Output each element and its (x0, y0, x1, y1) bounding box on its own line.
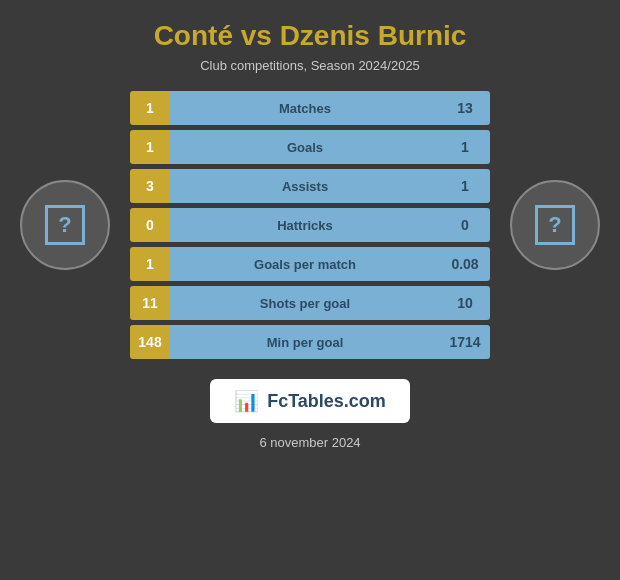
stat-left-value: 1 (130, 247, 170, 281)
stat-left-value: 148 (130, 325, 170, 359)
stat-row: 0Hattricks0 (130, 208, 490, 242)
stat-right-value: 1 (440, 130, 490, 164)
stat-left-value: 1 (130, 130, 170, 164)
stat-right-value: 0 (440, 208, 490, 242)
stat-label: Assists (170, 169, 440, 203)
stat-row: 11Shots per goal10 (130, 286, 490, 320)
stat-right-value: 0.08 (440, 247, 490, 281)
date-label: 6 november 2024 (259, 435, 360, 450)
page-subtitle: Club competitions, Season 2024/2025 (200, 58, 420, 73)
stat-row: 1Matches13 (130, 91, 490, 125)
stat-label: Hattricks (170, 208, 440, 242)
fctables-badge: 📊 FcTables.com (210, 379, 410, 423)
right-avatar-placeholder: ? (535, 205, 575, 245)
stat-right-value: 1714 (440, 325, 490, 359)
right-player-avatar: ? (510, 180, 600, 270)
stat-right-value: 10 (440, 286, 490, 320)
left-player-avatar: ? (20, 180, 110, 270)
stat-left-value: 1 (130, 91, 170, 125)
page-title: Conté vs Dzenis Burnic (154, 20, 467, 52)
comparison-section: ? 1Matches131Goals13Assists10Hattricks01… (20, 91, 600, 359)
stat-row: 1Goals per match0.08 (130, 247, 490, 281)
stat-label: Shots per goal (170, 286, 440, 320)
stat-label: Matches (170, 91, 440, 125)
stat-left-value: 11 (130, 286, 170, 320)
stat-left-value: 3 (130, 169, 170, 203)
left-avatar-placeholder: ? (45, 205, 85, 245)
stat-row: 1Goals1 (130, 130, 490, 164)
stats-container: 1Matches131Goals13Assists10Hattricks01Go… (130, 91, 490, 359)
stat-right-value: 13 (440, 91, 490, 125)
stat-row: 3Assists1 (130, 169, 490, 203)
fctables-icon: 📊 (234, 389, 259, 413)
stat-left-value: 0 (130, 208, 170, 242)
stat-label: Goals per match (170, 247, 440, 281)
stat-right-value: 1 (440, 169, 490, 203)
stat-label: Goals (170, 130, 440, 164)
stat-row: 148Min per goal1714 (130, 325, 490, 359)
stat-label: Min per goal (170, 325, 440, 359)
fctables-text: FcTables.com (267, 391, 386, 412)
